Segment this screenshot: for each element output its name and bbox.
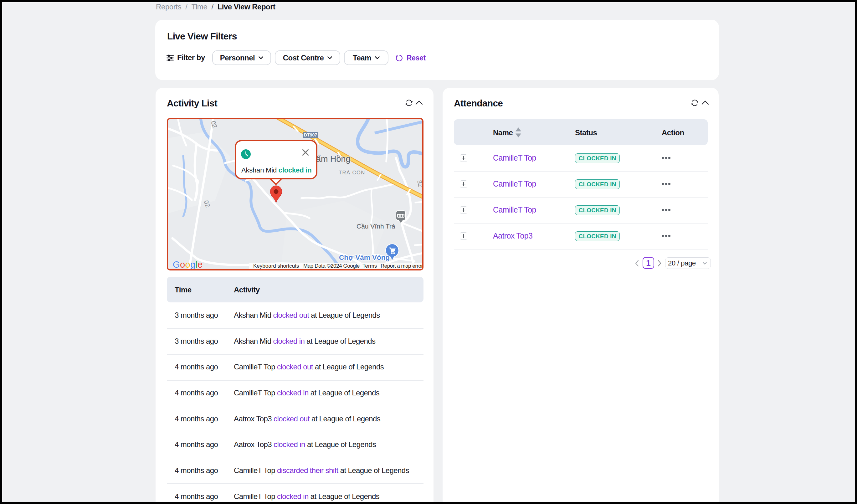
svg-text:DT907: DT907: [304, 132, 317, 137]
svg-text:G: G: [173, 259, 180, 269]
svg-text:ẩm Hồng: ẩm Hồng: [316, 154, 351, 164]
svg-text:Map Data ©2024 Google: Map Data ©2024 Google: [303, 263, 360, 269]
svg-text:o: o: [185, 259, 190, 269]
svg-text:Terms: Terms: [363, 263, 377, 269]
svg-text:TRÀ CÔN: TRÀ CÔN: [339, 170, 365, 175]
svg-text:g: g: [190, 259, 195, 269]
svg-text:Cầu Vĩnh Trà: Cầu Vĩnh Trà: [356, 222, 395, 230]
svg-text:o: o: [180, 259, 185, 269]
svg-text:e: e: [198, 259, 202, 269]
svg-text:Report a map error: Report a map error: [381, 263, 422, 269]
svg-text:l: l: [196, 259, 198, 269]
svg-text:Chợ Vàm Vòng: Chợ Vàm Vòng: [339, 254, 390, 262]
svg-text:Keyboard shortcuts: Keyboard shortcuts: [253, 263, 299, 269]
